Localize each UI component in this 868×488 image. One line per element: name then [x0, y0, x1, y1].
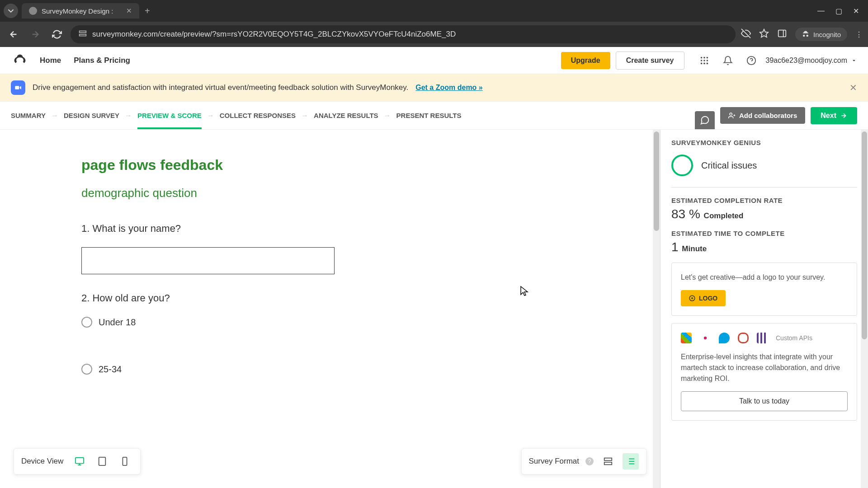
nav-plans[interactable]: Plans & Pricing [74, 56, 130, 65]
time-complete-label: ESTIMATED TIME TO COMPLETE [671, 230, 857, 237]
step-nav: SUMMARY → DESIGN SURVEY → PREVIEW & SCOR… [0, 102, 868, 130]
survey-format-label: Survey Format [529, 457, 579, 466]
browser-tab[interactable]: SurveyMonkey Design : ✕ [22, 3, 139, 19]
survey-preview-pane: page flows feedback demographic question… [0, 130, 660, 488]
svg-point-9 [703, 60, 705, 61]
survey-subtitle: demographic question [81, 186, 579, 200]
radio-option-under-18[interactable]: Under 18 [81, 317, 579, 328]
browser-menu-icon[interactable]: ⋮ [855, 30, 863, 39]
url-text: surveymonkey.com/create/preview/?sm=rsYO… [92, 30, 456, 39]
question-2-text: 2. How old are you? [81, 292, 579, 304]
device-desktop-button[interactable] [71, 453, 88, 469]
back-button[interactable] [5, 26, 22, 42]
preview-scrollbar[interactable] [653, 130, 660, 488]
user-menu[interactable]: 39ac6e23@moodjoy.com [766, 56, 858, 66]
device-tablet-button[interactable] [94, 453, 110, 469]
survey-title: page flows feedback [81, 157, 579, 174]
svg-rect-16 [75, 458, 84, 464]
oracle-icon [738, 333, 749, 343]
svg-rect-15 [15, 86, 19, 89]
tab-search-button[interactable] [4, 4, 18, 18]
step-summary[interactable]: SUMMARY [11, 106, 46, 125]
promo-text: Drive engagement and satisfaction with i… [33, 83, 408, 92]
microsoft-icon [681, 333, 692, 343]
step-present[interactable]: PRESENT RESULTS [396, 106, 462, 125]
svg-point-13 [706, 62, 708, 64]
apps-icon[interactable] [695, 52, 713, 70]
svg-rect-3 [778, 30, 786, 37]
window-maximize-icon[interactable]: ▢ [835, 7, 842, 15]
svg-marker-2 [760, 29, 768, 37]
promo-banner: Drive engagement and satisfaction with i… [0, 74, 868, 102]
step-arrow-icon: → [51, 112, 58, 120]
step-collect[interactable]: COLLECT RESPONSES [220, 106, 296, 125]
radio-icon [81, 364, 92, 375]
svg-point-8 [700, 60, 702, 61]
device-view-toolbar: Device View [14, 448, 141, 474]
format-classic-button[interactable] [623, 453, 639, 469]
promo-link[interactable]: Get a Zoom demo » [415, 84, 482, 92]
new-tab-button[interactable]: + [145, 6, 150, 16]
format-one-at-a-time-button[interactable] [600, 453, 616, 469]
comments-button[interactable] [695, 111, 715, 129]
incognito-badge[interactable]: Incognito [795, 28, 847, 41]
add-collaborators-button[interactable]: Add collaborators [720, 107, 805, 124]
scrollbar-thumb[interactable] [862, 131, 867, 339]
forward-button[interactable] [27, 26, 43, 42]
format-help-icon[interactable]: ? [585, 457, 594, 465]
svg-point-6 [703, 56, 705, 58]
svg-rect-0 [80, 31, 86, 33]
tab-title: SurveyMonkey Design : [42, 7, 113, 15]
user-email: 39ac6e23@moodjoy.com [766, 56, 848, 65]
completion-rate-label: ESTIMATED COMPLETION RATE [671, 197, 857, 204]
address-bar[interactable]: surveymonkey.com/create/preview/?sm=rsYO… [71, 25, 736, 43]
create-survey-button[interactable]: Create survey [616, 52, 684, 70]
question-1-input[interactable] [81, 247, 335, 274]
step-arrow-icon: → [125, 112, 132, 120]
completion-rate-value: 83 % Completed [671, 207, 857, 221]
svg-rect-1 [80, 34, 86, 36]
genius-header: SURVEYMONKEY GENIUS [671, 139, 857, 146]
reload-button[interactable] [49, 26, 65, 42]
genius-score-icon [671, 155, 693, 176]
logo-button-label: LOGO [699, 295, 717, 302]
incognito-label: Incognito [813, 31, 841, 38]
window-close-icon[interactable]: ✕ [853, 7, 859, 15]
step-design[interactable]: DESIGN SURVEY [64, 106, 119, 125]
panel-scrollbar[interactable] [861, 130, 868, 488]
tab-close-icon[interactable]: ✕ [126, 7, 132, 15]
tracking-icon[interactable] [741, 28, 751, 40]
radio-option-25-34[interactable]: 25-34 [81, 364, 579, 375]
add-logo-button[interactable]: LOGO [681, 290, 726, 306]
survey-format-toolbar: Survey Format ? [521, 448, 646, 474]
notifications-icon[interactable] [719, 52, 737, 70]
step-analyze[interactable]: ANALYZE RESULTS [314, 106, 378, 125]
time-complete-value: 1 Minute [671, 240, 857, 254]
radio-icon [81, 317, 92, 328]
promo-close-icon[interactable]: ✕ [849, 82, 857, 93]
nav-home[interactable]: Home [40, 56, 61, 65]
integrations-card: Custom APIs Enterprise-level insights th… [671, 323, 857, 421]
scrollbar-thumb[interactable] [654, 131, 659, 231]
device-phone-button[interactable] [117, 453, 133, 469]
panel-icon[interactable] [777, 28, 787, 40]
custom-apis-label: Custom APIs [776, 334, 812, 342]
svg-rect-24 [604, 462, 612, 465]
upgrade-button[interactable]: Upgrade [561, 52, 610, 69]
step-preview[interactable]: PREVIEW & SCORE [137, 106, 202, 125]
device-view-label: Device View [21, 457, 63, 466]
step-arrow-icon: → [207, 112, 214, 120]
question-1-text: 1. What is your name? [81, 223, 579, 235]
help-icon[interactable] [742, 52, 760, 70]
surveymonkey-logo-icon[interactable] [11, 52, 29, 70]
svg-point-5 [700, 56, 702, 58]
collab-label: Add collaborators [739, 112, 797, 119]
next-button[interactable]: Next [811, 107, 857, 124]
bookmark-icon[interactable] [759, 28, 769, 40]
window-minimize-icon[interactable]: — [817, 7, 825, 15]
talk-to-us-button[interactable]: Talk to us today [681, 391, 848, 411]
site-settings-icon[interactable] [78, 28, 88, 41]
critical-issues-text: Critical issues [701, 160, 757, 171]
svg-rect-23 [604, 458, 612, 461]
step-arrow-icon: → [301, 112, 308, 120]
